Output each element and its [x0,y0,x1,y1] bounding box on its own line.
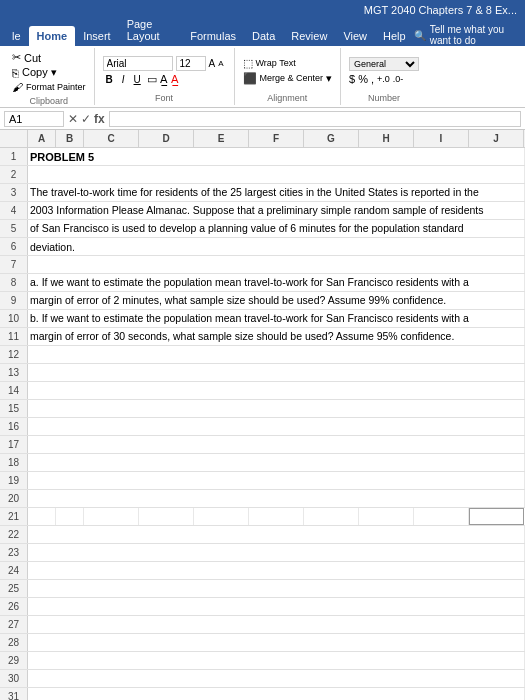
font-name-input[interactable] [103,56,173,71]
confirm-icon[interactable]: ✓ [81,112,91,126]
cell-j21[interactable] [469,508,524,525]
font-color-icon[interactable]: A̲ [171,73,179,86]
number-group: General $ % , +.0 .0- Number [341,48,427,105]
cell-a1[interactable]: PROBLEM 5 [28,148,525,165]
tab-home[interactable]: Home [29,26,76,46]
row-num-2: 2 [0,166,28,183]
increase-decimal-button[interactable]: +.0 [377,74,390,84]
tab-formulas[interactable]: Formulas [182,26,244,46]
fill-color-icon[interactable]: A̲ [160,73,168,86]
cell-a8[interactable]: a. If we want to estimate the population… [28,274,525,291]
copy-label[interactable]: Copy ▾ [22,66,57,79]
cell-a18[interactable] [28,454,525,471]
cell-a25[interactable] [28,580,525,597]
cell-a9[interactable]: margin of error of 2 minutes, what sampl… [28,292,525,309]
row-num-26: 26 [0,598,28,615]
cell-a3[interactable]: The travel-to-work time for residents of… [28,184,525,201]
cell-a20[interactable] [28,490,525,507]
merge-dropdown-icon[interactable]: ▾ [326,72,332,85]
grid-scroll[interactable]: 1 PROBLEM 5 2 3 The travel-to-work time … [0,148,525,700]
number-format-select[interactable]: General [349,57,419,71]
border-icon[interactable]: ▭ [147,73,157,86]
col-header-c[interactable]: C [84,130,139,147]
table-row: 28 [0,634,525,652]
cell-a29[interactable] [28,652,525,669]
format-painter-row: 🖌 Format Painter [12,81,86,93]
cell-i21[interactable] [414,508,469,525]
cell-a14[interactable] [28,382,525,399]
bold-button[interactable]: B [103,73,116,86]
decrease-decimal-button[interactable]: .0- [393,74,404,84]
italic-button[interactable]: I [119,73,128,86]
cell-a4[interactable]: 2003 Information Please Almanac. Suppose… [28,202,525,219]
title-bar: MGT 2040 Chapters 7 & 8 Ex... [0,0,525,20]
tab-insert[interactable]: Insert [75,26,119,46]
cell-g21[interactable] [304,508,359,525]
formula-input[interactable] [109,111,521,127]
cell-a22[interactable] [28,526,525,543]
cell-b21[interactable] [56,508,84,525]
cell-a26[interactable] [28,598,525,615]
merge-center-label[interactable]: Merge & Center [260,73,324,83]
col-header-j[interactable]: J [469,130,524,147]
cell-a12[interactable] [28,346,525,363]
row-num-8: 8 [0,274,28,291]
col-header-d[interactable]: D [139,130,194,147]
function-icon[interactable]: fx [94,112,105,126]
table-row: 21 [0,508,525,526]
cell-a10[interactable]: b. If we want to estimate the population… [28,310,525,327]
underline-button[interactable]: U [131,73,144,86]
cell-a11[interactable]: margin of error of 30 seconds, what samp… [28,328,525,345]
cell-h21[interactable] [359,508,414,525]
cell-a16[interactable] [28,418,525,435]
cell-a30[interactable] [28,670,525,687]
cell-a31[interactable] [28,688,525,700]
cell-d21[interactable] [139,508,194,525]
cell-a17[interactable] [28,436,525,453]
cell-a23[interactable] [28,544,525,561]
col-header-h[interactable]: H [359,130,414,147]
tab-data[interactable]: Data [244,26,283,46]
wrap-text-label[interactable]: Wrap Text [256,58,296,68]
tab-view[interactable]: View [335,26,375,46]
tab-page-layout[interactable]: Page Layout [119,14,183,46]
table-row: 4 2003 Information Please Almanac. Suppo… [0,202,525,220]
cell-c21[interactable] [84,508,139,525]
tab-review[interactable]: Review [283,26,335,46]
name-box[interactable] [4,111,64,127]
grow-font-icon[interactable]: A [209,58,216,69]
col-header-g[interactable]: G [304,130,359,147]
cell-a5[interactable]: of San Francisco is used to develop a pl… [28,220,525,237]
col-header-i[interactable]: I [414,130,469,147]
row-num-31: 31 [0,688,28,700]
row-num-1: 1 [0,148,28,165]
col-header-b[interactable]: B [56,130,84,147]
cut-label[interactable]: Cut [24,52,41,64]
table-row: 27 [0,616,525,634]
cell-a15[interactable] [28,400,525,417]
format-painter-label[interactable]: Format Painter [26,82,86,92]
cell-a28[interactable] [28,634,525,651]
cell-a27[interactable] [28,616,525,633]
cell-a7[interactable] [28,256,525,273]
cell-e21[interactable] [194,508,249,525]
cell-f21[interactable] [249,508,304,525]
cell-a13[interactable] [28,364,525,381]
col-header-f[interactable]: F [249,130,304,147]
shrink-font-icon[interactable]: A [218,59,223,68]
cell-a21[interactable] [28,508,56,525]
col-header-e[interactable]: E [194,130,249,147]
tab-help[interactable]: Help [375,26,414,46]
tab-le[interactable]: le [4,26,29,46]
percent-button[interactable]: % [358,73,368,85]
col-header-a[interactable]: A [28,130,56,147]
font-size-input[interactable] [176,56,206,71]
cell-a6[interactable]: deviation. [28,238,525,255]
cell-a2[interactable] [28,166,525,183]
title-text: MGT 2040 Chapters 7 & 8 Ex... [364,4,517,16]
dollar-button[interactable]: $ [349,73,355,85]
cell-a19[interactable] [28,472,525,489]
cell-a24[interactable] [28,562,525,579]
comma-button[interactable]: , [371,73,374,85]
cancel-icon[interactable]: ✕ [68,112,78,126]
